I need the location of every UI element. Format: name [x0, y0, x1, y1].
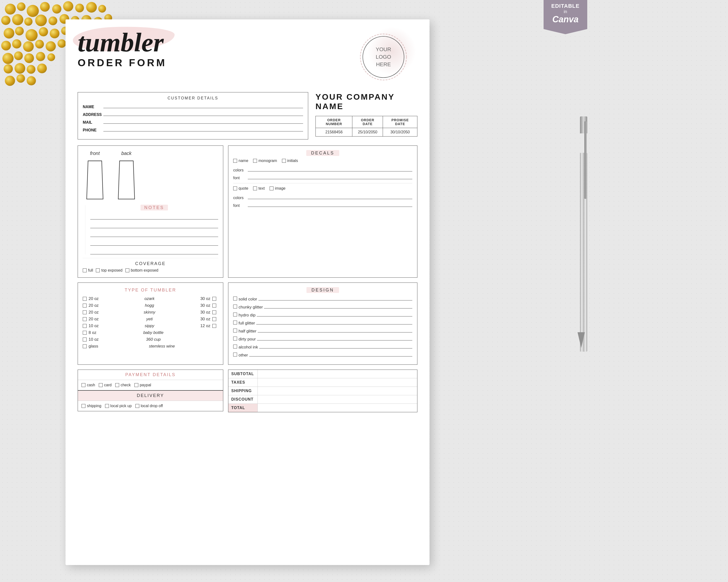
chunky-glitter-line[interactable] — [264, 304, 412, 308]
customer-details-box: CUSTOMER DETAILS NAME ADDRESS MAIL PHONE — [78, 92, 308, 139]
decal-image[interactable]: image — [269, 186, 286, 191]
decal-text[interactable]: text — [253, 186, 265, 191]
notes-line-4[interactable] — [90, 239, 218, 246]
paypal-checkbox[interactable] — [134, 383, 138, 387]
quote-checkbox[interactable] — [233, 187, 237, 190]
hydro-dip-checkbox[interactable] — [233, 312, 237, 316]
local-pickup-checkbox[interactable] — [105, 404, 109, 408]
hogg-30-checkbox[interactable] — [212, 304, 216, 307]
paypal-label: paypal — [140, 383, 151, 387]
alcohol-ink-line[interactable] — [259, 343, 412, 349]
delivery-shipping[interactable]: shipping — [81, 404, 101, 408]
quote-label: quote — [238, 186, 248, 191]
top-exposed-checkbox[interactable] — [96, 269, 100, 272]
mail-underline[interactable] — [103, 119, 303, 124]
dirty-pour-checkbox[interactable] — [233, 337, 237, 340]
360-cup-checkbox[interactable] — [83, 337, 87, 341]
yeti-30-checkbox[interactable] — [212, 317, 216, 321]
full-glitter-line[interactable] — [256, 320, 412, 325]
notes-line-1[interactable] — [90, 213, 218, 219]
tumbler-row-ozark: 20 oz ozark 30 oz — [83, 296, 218, 301]
chunky-glitter-checkbox[interactable] — [233, 305, 237, 308]
delivery-local-pickup[interactable]: local pick up — [105, 404, 132, 408]
local-dropoff-checkbox[interactable] — [135, 404, 139, 408]
tumbler-panel: front back NOTES — [78, 145, 223, 278]
total-value[interactable] — [258, 404, 417, 412]
full-glitter-checkbox[interactable] — [233, 321, 237, 325]
dirty-pour-label: dirty pour — [238, 337, 256, 342]
solid-color-line[interactable] — [258, 296, 412, 301]
decal-initials[interactable]: initials — [282, 159, 298, 163]
colors-underline-2[interactable] — [248, 194, 412, 199]
ozark-30-checkbox[interactable] — [212, 297, 216, 301]
address-underline[interactable] — [103, 111, 303, 116]
alcohol-ink-checkbox[interactable] — [233, 344, 237, 349]
sippy-12-checkbox[interactable] — [212, 324, 216, 328]
colors-underline-1[interactable] — [248, 167, 412, 171]
half-glitter-checkbox[interactable] — [233, 329, 237, 332]
taxes-value[interactable] — [258, 378, 417, 387]
order-number-value[interactable]: 21568456 — [316, 128, 353, 137]
payment-card[interactable]: card — [99, 383, 112, 387]
payment-cash[interactable]: cash — [81, 383, 95, 387]
text-checkbox[interactable] — [253, 187, 257, 190]
skinny-20-checkbox[interactable] — [83, 310, 87, 314]
delivery-local-dropoff[interactable]: local drop off — [135, 404, 163, 408]
glass-checkbox[interactable] — [83, 344, 87, 348]
yeti-20-checkbox[interactable] — [83, 317, 87, 321]
notes-line-5[interactable] — [90, 248, 218, 254]
card-checkbox[interactable] — [99, 383, 103, 387]
image-checkbox[interactable] — [269, 187, 274, 190]
logo-inner: YOUR LOGO HERE — [370, 46, 397, 68]
title-area: tumbler ORDER FORM — [78, 29, 218, 68]
discount-label: DISCOUNT — [228, 395, 258, 404]
canva-text: Canva — [547, 14, 583, 25]
name-underline[interactable] — [103, 103, 303, 108]
subtotal-value[interactable] — [258, 370, 417, 378]
payment-paypal[interactable]: paypal — [134, 383, 151, 387]
other-checkbox[interactable] — [233, 353, 237, 357]
coverage-top[interactable]: top exposed — [96, 268, 122, 273]
initials-checkbox[interactable] — [282, 159, 286, 163]
font-underline-2[interactable] — [248, 202, 412, 207]
notes-line-2[interactable] — [90, 221, 218, 228]
name-field: NAME — [83, 103, 303, 109]
cash-checkbox[interactable] — [81, 383, 85, 387]
order-date-value[interactable]: 25/10/2050 — [353, 128, 383, 137]
hogg-20-checkbox[interactable] — [83, 304, 87, 307]
full-checkbox[interactable] — [83, 269, 87, 272]
decal-quote[interactable]: quote — [233, 186, 248, 191]
monogram-checkbox-label: monogram — [258, 159, 277, 163]
other-line[interactable] — [249, 352, 412, 357]
decal-name[interactable]: name — [233, 159, 248, 163]
taxes-row: TAXES — [228, 378, 417, 387]
payment-check[interactable]: check — [115, 383, 131, 387]
discount-value[interactable] — [258, 395, 417, 404]
full-glitter-label: full glitter — [238, 321, 255, 326]
name-checkbox[interactable] — [233, 159, 237, 163]
hydro-dip-line[interactable] — [257, 312, 412, 316]
shipping-row: SHIPPING — [228, 387, 417, 395]
baby-bottle-checkbox[interactable] — [83, 331, 87, 335]
promise-date-value[interactable]: 30/10/2050 — [383, 128, 417, 137]
sippy-10-checkbox[interactable] — [83, 324, 87, 328]
ozark-20-checkbox[interactable] — [83, 297, 87, 301]
shipping-cost-value[interactable] — [258, 387, 417, 395]
check-checkbox[interactable] — [115, 383, 119, 387]
solid-color-checkbox[interactable] — [233, 297, 237, 301]
notes-line-3[interactable] — [90, 230, 218, 237]
yeti-30-oz: 30 oz — [193, 317, 210, 322]
check-label: check — [121, 383, 131, 387]
font-underline-1[interactable] — [248, 174, 412, 179]
phone-underline[interactable] — [103, 127, 303, 132]
bottom-exposed-checkbox[interactable] — [126, 269, 129, 272]
half-glitter-line[interactable] — [258, 328, 412, 332]
monogram-checkbox[interactable] — [253, 159, 257, 163]
shipping-checkbox[interactable] — [81, 404, 85, 408]
coverage-full[interactable]: full — [83, 268, 93, 273]
dirty-pour-line[interactable] — [257, 336, 412, 340]
skinny-30-checkbox[interactable] — [212, 310, 216, 314]
coverage-bottom[interactable]: bottom exposed — [126, 268, 158, 273]
decals-panel: DECALS name monogram initials colors — [228, 145, 417, 278]
decal-monogram[interactable]: monogram — [253, 159, 277, 163]
